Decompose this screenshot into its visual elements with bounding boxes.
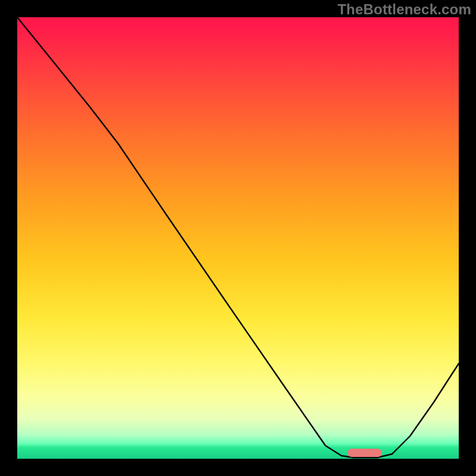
watermark-text: TheBottleneck.com bbox=[337, 1, 471, 18]
chart-wrapper: TheBottleneck.com bbox=[0, 0, 476, 476]
curve-path bbox=[17, 17, 459, 458]
optimal-range-marker bbox=[347, 449, 382, 457]
bottleneck-curve bbox=[17, 17, 459, 459]
